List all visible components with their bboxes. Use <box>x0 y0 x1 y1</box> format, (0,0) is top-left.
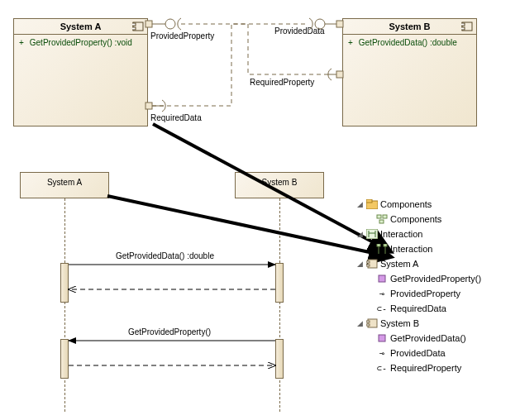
component-a-body: + GetProvidedProperty() :void <box>14 35 147 50</box>
caret-icon[interactable]: ◢ <box>355 200 364 208</box>
tree-system-a-required[interactable]: ⊂- RequiredData <box>355 301 513 316</box>
svg-rect-19 <box>366 199 372 203</box>
folder-icon <box>366 198 378 210</box>
svg-rect-23 <box>366 229 378 239</box>
svg-rect-32 <box>366 261 370 263</box>
svg-rect-2 <box>132 27 136 30</box>
tree-label: Components <box>390 214 441 224</box>
tree-label: GetProvidedData() <box>390 333 466 343</box>
port-label-requireddata: RequiredData <box>150 113 202 122</box>
caret-icon[interactable]: ◢ <box>355 260 364 268</box>
tree-label: ProvidedData <box>390 348 446 358</box>
tree-label: RequiredData <box>390 303 446 313</box>
svg-rect-1 <box>132 23 136 26</box>
component-b-body: + GetProvidedData() :double <box>343 35 476 50</box>
msg1-label: GetProvidedData() :double <box>116 251 214 260</box>
lifeline-system-a[interactable]: System A <box>20 172 109 198</box>
lifeline-b-label: System B <box>262 178 298 187</box>
tree-interaction-diagram[interactable]: Interaction <box>355 241 513 256</box>
component-a-title: System A <box>60 21 102 31</box>
svg-rect-27 <box>377 244 380 246</box>
svg-rect-34 <box>379 275 385 282</box>
tree-label: RequiredProperty <box>390 363 461 373</box>
svg-rect-38 <box>379 335 385 341</box>
required-interface-icon: ⊂- <box>376 303 388 314</box>
component-b-title: System B <box>389 21 430 31</box>
tree-system-b[interactable]: ◢ System B <box>355 316 513 331</box>
port-label-requiredproperty: RequiredProperty <box>250 78 314 87</box>
svg-rect-37 <box>366 324 370 326</box>
svg-rect-5 <box>461 27 465 30</box>
component-system-a[interactable]: System A + GetProvidedProperty() :void <box>13 18 148 126</box>
svg-line-17 <box>107 196 389 256</box>
tree-label: GetProvidedProperty() <box>390 274 481 284</box>
activation-a-1 <box>60 263 69 303</box>
svg-rect-21 <box>383 215 387 218</box>
tree-system-a-provided[interactable]: ⊸ ProvidedProperty <box>355 286 513 301</box>
component-icon <box>461 21 473 31</box>
component-icon <box>366 317 378 329</box>
port-label-providedproperty: ProvidedProperty <box>150 31 214 41</box>
activation-b-1 <box>275 263 284 303</box>
component-icon <box>132 21 144 31</box>
tree-label: Components <box>380 199 432 209</box>
tree-system-b-required[interactable]: ⊂- RequiredProperty <box>355 360 513 375</box>
tree-label: Interaction <box>390 244 432 254</box>
tree-label: ProvidedProperty <box>390 289 460 298</box>
activation-a-2 <box>60 339 69 379</box>
tree-interaction-folder[interactable]: ◢ Interaction <box>355 227 513 241</box>
model-tree[interactable]: ◢ Components Components ◢ Interaction <box>355 197 513 375</box>
lifeline-system-b[interactable]: System B <box>235 172 324 198</box>
lifeline-a-label: System A <box>47 178 82 187</box>
tree-label: System A <box>380 259 418 269</box>
port-label-provideddata: ProvidedData <box>274 26 325 36</box>
tree-system-a-op[interactable]: GetProvidedProperty() <box>355 271 513 286</box>
interaction-icon <box>366 228 378 240</box>
sequence-diagram-icon <box>376 243 388 255</box>
operation-icon <box>376 273 388 284</box>
tree-system-b-provided[interactable]: ⊸ ProvidedData <box>355 346 513 360</box>
svg-rect-36 <box>366 321 370 322</box>
caret-icon[interactable]: ◢ <box>355 230 364 238</box>
activation-b-2 <box>275 339 284 379</box>
tree-system-b-op[interactable]: GetProvidedData() <box>355 331 513 346</box>
msg2-label: GetProvidedProperty() <box>128 327 211 336</box>
tree-components-diagram[interactable]: Components <box>355 212 513 227</box>
component-b-header: System B <box>343 19 476 35</box>
svg-rect-33 <box>366 265 370 266</box>
caret-icon[interactable]: ◢ <box>355 319 364 327</box>
lifeline-b-line <box>279 198 280 412</box>
svg-rect-28 <box>384 244 387 246</box>
svg-rect-20 <box>377 215 381 218</box>
lifeline-a-line <box>64 198 65 412</box>
provided-interface-icon: ⊸ <box>376 347 388 359</box>
provided-interface-icon: ⊸ <box>376 288 388 299</box>
component-a-header: System A <box>14 19 147 35</box>
svg-rect-22 <box>379 220 384 223</box>
component-system-b[interactable]: System B + GetProvidedData() :double <box>342 18 477 126</box>
component-icon <box>366 258 378 270</box>
svg-rect-4 <box>461 23 465 26</box>
tree-system-a[interactable]: ◢ System A <box>355 256 513 271</box>
component-diagram-icon <box>376 213 388 225</box>
diagram-canvas: System A + GetProvidedProperty() :void S… <box>0 0 520 420</box>
operation-icon <box>376 332 388 344</box>
tree-label: Interaction <box>380 229 422 239</box>
svg-point-7 <box>165 19 175 29</box>
component-b-operation: GetProvidedData() :double <box>359 38 457 47</box>
tree-components-folder[interactable]: ◢ Components <box>355 197 513 212</box>
required-interface-icon: ⊂- <box>376 362 388 374</box>
component-a-operation: GetProvidedProperty() :void <box>30 38 132 47</box>
tree-label: System B <box>380 318 419 328</box>
